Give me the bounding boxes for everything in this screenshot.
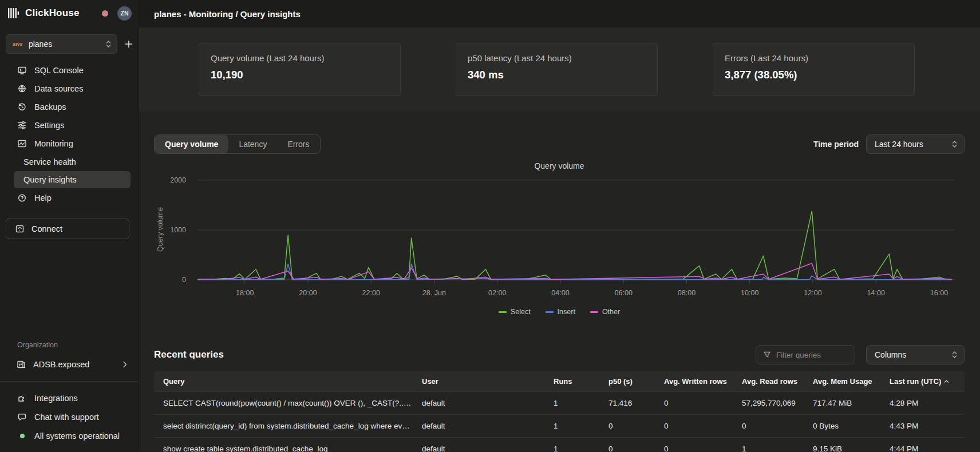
legend-item-other[interactable]: Other [590, 308, 620, 316]
legend-item-select[interactable]: Select [499, 308, 531, 316]
sidebar-item-label: Settings [34, 121, 64, 130]
filter-queries-box[interactable] [756, 345, 855, 364]
column-header-user[interactable]: User [422, 377, 554, 386]
breadcrumb: planes - Monitoring / Query insights [154, 9, 301, 19]
table-header-row: QueryUserRunsp50 (s)Avg. Written rowsAvg… [154, 371, 965, 391]
filter-funnel-icon [763, 351, 771, 359]
chevron-right-icon [122, 361, 127, 368]
sidebar-item-sql-console[interactable]: SQL Console [0, 61, 139, 80]
settings-sliders-icon [17, 121, 27, 130]
y-axis-label: Query volume [156, 198, 164, 261]
status-dot-icon [17, 434, 27, 438]
column-header-label: Avg. Mem Usage [813, 377, 872, 386]
series-line-select[interactable] [197, 211, 952, 280]
column-header-p50-s-[interactable]: p50 (s) [608, 377, 664, 386]
legend-swatch [546, 311, 554, 313]
cell-query: SELECT CAST(round(pow(count() / max(coun… [154, 399, 422, 407]
column-header-label: Query [163, 377, 185, 386]
sidebar: ClickHouse ZN aws planes SQL Console Dat… [0, 0, 139, 452]
service-selector[interactable]: aws planes [6, 34, 117, 54]
cell-query: show create table system.distributed_cac… [154, 445, 422, 452]
organization-section-label: Organization [0, 341, 139, 349]
cell-runs: 1 [554, 422, 608, 430]
stat-value: 3,877 (38.05%) [725, 69, 903, 81]
time-period-value: Last 24 hours [875, 140, 923, 149]
organization-selector[interactable]: ADSB.exposed [0, 355, 139, 374]
legend-label: Insert [558, 308, 575, 316]
notification-dot [102, 10, 108, 17]
table-row[interactable]: select distrinct(query_id) from system.d… [154, 414, 965, 437]
chevron-updown-icon [952, 351, 957, 359]
sidebar-item-monitoring[interactable]: Monitoring [0, 134, 139, 153]
time-period-label: Time period [813, 140, 859, 149]
avatar[interactable]: ZN [117, 6, 132, 21]
cell-runs: 1 [554, 445, 608, 452]
chart-plot-area[interactable]: 01000200018:0020:0022:0028. Jun02:0004:0… [154, 171, 965, 303]
sidebar-item-backups[interactable]: Backups [0, 98, 139, 116]
legend-label: Select [511, 308, 531, 316]
column-header-avg-mem-usage[interactable]: Avg. Mem Usage [813, 377, 890, 386]
sidebar-item-query-insights[interactable]: Query insights [14, 171, 131, 188]
sidebar-item-chat-support[interactable]: Chat with support [0, 407, 139, 426]
stat-label: Query volume (Last 24 hours) [211, 53, 389, 63]
system-status[interactable]: All systems operational [0, 426, 139, 445]
filter-queries-input[interactable] [776, 351, 845, 359]
stat-value: 10,190 [211, 69, 389, 81]
column-header-runs[interactable]: Runs [554, 377, 608, 386]
sidebar-item-label: Backups [34, 102, 66, 112]
sidebar-item-help[interactable]: Help [0, 189, 139, 207]
x-tick-label: 28. Jun [422, 289, 446, 297]
connect-icon [15, 224, 25, 233]
cell-last-run-utc-: 4:44 PM [890, 445, 965, 452]
time-period-select[interactable]: Last 24 hours [866, 134, 965, 154]
tab-errors[interactable]: Errors [277, 135, 319, 153]
cell-runs: 1 [554, 399, 608, 407]
sidebar-item-label: Query insights [23, 175, 77, 184]
sidebar-item-service-health[interactable]: Service health [14, 153, 131, 171]
x-tick-label: 12:00 [804, 289, 821, 297]
sidebar-item-integrations[interactable]: Integrations [0, 388, 139, 407]
cell-p50-s-: 0 [608, 422, 664, 430]
legend-swatch [590, 311, 598, 313]
stat-label: p50 latency (Last 24 hours) [468, 53, 646, 63]
stat-card-p50-latency: p50 latency (Last 24 hours) 340 ms [456, 43, 658, 96]
tab-query-volume[interactable]: Query volume [155, 135, 228, 153]
chevron-updown-icon [952, 140, 957, 148]
column-header-query[interactable]: Query [154, 377, 422, 386]
brand-name: ClickHouse [25, 7, 80, 19]
legend-item-insert[interactable]: Insert [546, 308, 575, 316]
top-bar: planes - Monitoring / Query insights [139, 0, 980, 27]
tab-latency[interactable]: Latency [228, 135, 277, 153]
sidebar-item-label: Data sources [34, 84, 83, 93]
column-header-avg-read-rows[interactable]: Avg. Read rows [742, 377, 813, 386]
x-tick-label: 16:00 [930, 289, 948, 297]
column-header-avg-written-rows[interactable]: Avg. Written rows [664, 377, 742, 386]
cell-avg-read-rows: 0 [742, 422, 813, 430]
legend-label: Other [602, 308, 620, 316]
x-tick-label: 10:00 [741, 289, 758, 297]
footer-item-label: Integrations [34, 394, 78, 403]
table-row[interactable]: SELECT CAST(round(pow(count() / max(coun… [154, 391, 965, 414]
chevron-updown-icon [106, 40, 111, 48]
column-header-label: Last run (UTC) [890, 377, 941, 386]
chat-bubble-icon [17, 413, 27, 422]
cell-user: default [422, 445, 554, 452]
monitoring-icon [17, 139, 27, 148]
sidebar-item-settings[interactable]: Settings [0, 116, 139, 134]
column-header-label: p50 (s) [608, 377, 633, 386]
add-service-button[interactable] [125, 38, 133, 50]
organization-name: ADSB.exposed [33, 360, 89, 369]
sidebar-item-data-sources[interactable]: Data sources [0, 80, 139, 98]
cell-p50-s-: 0 [608, 445, 664, 452]
stat-label: Errors (Last 24 hours) [725, 53, 903, 63]
cell-p50-s-: 71.416 [608, 399, 664, 407]
x-tick-label: 04:00 [551, 289, 569, 297]
column-header-label: User [422, 377, 438, 386]
column-header-last-run-utc-[interactable]: Last run (UTC) [890, 377, 965, 386]
cell-avg-mem-usage: 0 Bytes [813, 422, 890, 430]
columns-select[interactable]: Columns [866, 345, 965, 364]
table-row[interactable]: show create table system.distributed_cac… [154, 437, 965, 452]
connect-button[interactable]: Connect [6, 219, 129, 239]
cell-user: default [422, 422, 554, 430]
x-tick-label: 20:00 [299, 289, 317, 297]
